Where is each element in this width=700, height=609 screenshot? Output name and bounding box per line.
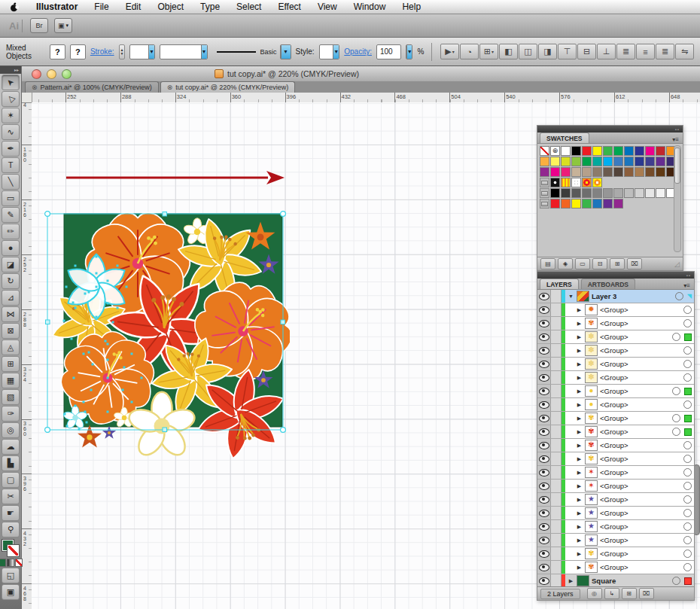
swatch[interactable] [624, 167, 634, 177]
eye-icon[interactable] [539, 496, 549, 504]
lock-cell[interactable] [551, 371, 562, 384]
align-right-button[interactable]: ◨ [538, 44, 557, 59]
group-row[interactable]: ▶★<Group> [537, 493, 694, 507]
swatch[interactable] [613, 199, 623, 209]
swatch[interactable] [656, 167, 665, 177]
swatch[interactable] [613, 157, 623, 166]
visibility-cell[interactable] [537, 344, 551, 357]
tab-swatches[interactable]: SWATCHES [540, 132, 589, 143]
swatch[interactable] [592, 157, 602, 166]
color-group-folder-icon[interactable] [540, 199, 549, 209]
lock-cell[interactable] [551, 574, 562, 586]
swatch[interactable] [571, 188, 581, 198]
arrange-documents-button[interactable]: ▣▾ [54, 18, 72, 33]
swatch[interactable] [561, 157, 571, 166]
swatch[interactable] [550, 188, 560, 198]
swatch[interactable] [582, 157, 592, 166]
group-row[interactable]: ▶✾<Group> [537, 412, 694, 425]
eye-icon[interactable] [539, 510, 549, 517]
lock-cell[interactable] [551, 425, 562, 438]
align-left-button[interactable]: ◧ [499, 44, 518, 59]
visibility-cell[interactable] [537, 520, 551, 533]
swatch[interactable] [603, 167, 613, 177]
document-tab-2[interactable]: ⊗tut copy.ai* @ 220% (CMYK/Preview) [160, 81, 296, 93]
layer-row-main[interactable]: ▶✾<Group> [565, 412, 694, 425]
rectangle-tool[interactable]: ▭ [2, 190, 20, 206]
visibility-cell[interactable] [537, 290, 551, 303]
target-circle[interactable] [683, 522, 692, 531]
group-row[interactable]: ▶✾<Group> [537, 561, 694, 574]
swatch[interactable] [550, 199, 560, 209]
swatch[interactable] [645, 188, 655, 198]
apple-logo-icon[interactable] [9, 2, 19, 12]
eye-icon[interactable] [539, 320, 549, 327]
swatch[interactable] [561, 146, 571, 156]
artboard-tool[interactable]: ▢ [2, 472, 20, 488]
new-sublayer-button[interactable]: ↳ [604, 588, 619, 599]
opacity-dropdown[interactable]: ▼ [406, 44, 413, 59]
eye-icon[interactable] [539, 523, 549, 531]
eye-icon[interactable] [539, 469, 549, 477]
visibility-cell[interactable] [537, 385, 551, 397]
target-circle[interactable] [683, 482, 692, 490]
layer-row-main[interactable]: ▶●<Group> [565, 398, 694, 411]
align-middle-vertical-button[interactable]: ⊟ [577, 44, 596, 59]
hand-tool[interactable]: ☛ [2, 505, 20, 521]
target-circle[interactable] [683, 319, 692, 327]
expand-triangle-icon[interactable]: ▶ [576, 537, 583, 544]
ruler-corner[interactable] [21, 93, 32, 103]
lasso-tool[interactable]: ∿ [2, 124, 20, 140]
rotate-tool[interactable]: ↻ [2, 273, 20, 289]
layer-row-main[interactable]: ▼Layer 3◥ [565, 290, 694, 303]
expand-triangle-icon[interactable]: ▶ [576, 334, 583, 340]
layer-row-main[interactable]: ▶★<Group> [565, 534, 694, 547]
vertical-ruler[interactable]: 144180216252288324360396432468 [21, 102, 32, 609]
expand-triangle-icon[interactable]: ▶ [576, 565, 583, 571]
expand-triangle-icon[interactable]: ▶ [576, 483, 583, 489]
visibility-cell[interactable] [537, 371, 551, 384]
gradient-tool[interactable]: ▧ [2, 389, 20, 405]
color-group-folder-icon[interactable] [540, 188, 549, 198]
menu-illustrator[interactable]: Illustrator [28, 2, 86, 12]
swatch[interactable] [571, 146, 581, 156]
layer-row-main[interactable]: ▶✽<Group> [565, 358, 694, 370]
align-top-button[interactable]: ⊤ [558, 44, 577, 59]
transform-options-button[interactable]: ⊞▾ [479, 44, 498, 59]
group-row[interactable]: ▶✽<Group> [537, 371, 694, 385]
swatch[interactable] [645, 146, 655, 156]
delete-layer-button[interactable]: ⌧ [639, 588, 654, 599]
layer-row-square[interactable]: ▶Square [537, 574, 694, 586]
bridge-button[interactable]: Br [30, 18, 48, 33]
expand-triangle-icon[interactable]: ▶ [576, 470, 583, 476]
eye-icon[interactable] [539, 347, 549, 355]
menu-select[interactable]: Select [228, 2, 269, 12]
target-circle[interactable] [683, 306, 692, 314]
swatch-options-button[interactable]: ▭ [575, 258, 590, 269]
visibility-cell[interactable] [537, 439, 551, 452]
lock-cell[interactable] [551, 330, 562, 343]
target-circle[interactable] [672, 414, 680, 422]
swatch[interactable] [635, 167, 644, 177]
swatch[interactable] [582, 167, 592, 177]
visibility-cell[interactable] [537, 303, 551, 316]
swatch[interactable] [635, 188, 644, 198]
swatch[interactable] [571, 178, 581, 187]
swatch[interactable] [624, 157, 634, 166]
group-row[interactable]: ▶✽<Group> [537, 358, 694, 371]
distribute-left-button[interactable]: ≣ [616, 44, 635, 59]
layer-row-main[interactable]: ▶✽<Group> [565, 344, 694, 357]
swatch[interactable] [582, 199, 592, 209]
layer-row-main[interactable]: ▶✶<Group> [565, 466, 694, 479]
panel-drag-bar[interactable]: ▪▪ [537, 126, 683, 132]
panel-menu-icon[interactable]: ▾≡ [680, 282, 694, 289]
group-row[interactable]: ▶●<Group> [537, 385, 694, 398]
eye-icon[interactable] [539, 428, 549, 436]
column-graph-tool[interactable]: ▙ [2, 455, 20, 471]
none-button[interactable] [15, 559, 23, 567]
swatch[interactable] [592, 188, 602, 198]
swatch[interactable] [540, 167, 549, 177]
lock-cell[interactable] [551, 385, 562, 397]
eye-icon[interactable] [539, 442, 549, 449]
brush-definition-dropdown[interactable]: ▼ [160, 44, 208, 59]
lock-cell[interactable] [551, 520, 562, 533]
